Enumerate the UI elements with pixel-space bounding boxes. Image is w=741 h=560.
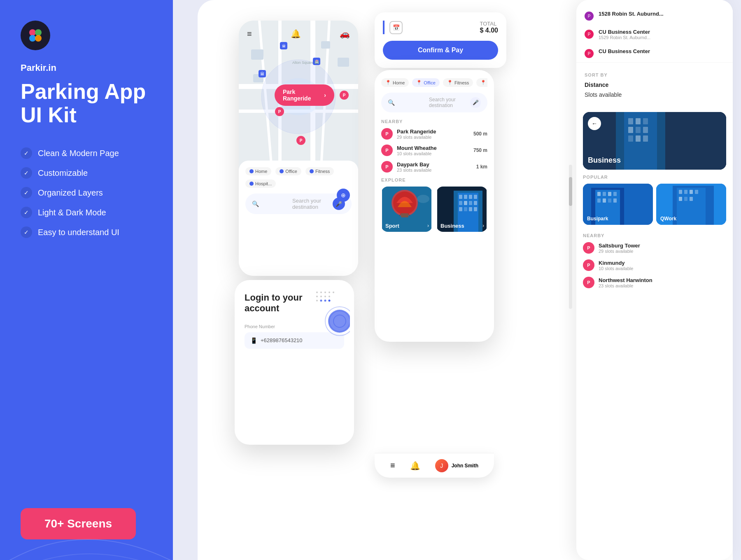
payment-total-row: 📅 TOTAL $ 4.00 xyxy=(383,21,498,34)
nearby-pin-3: P xyxy=(381,161,393,173)
svg-point-59 xyxy=(316,296,318,297)
svg-point-66 xyxy=(329,300,331,302)
right-nearby-pin-1: P xyxy=(583,242,594,254)
back-arrow-button[interactable]: ← xyxy=(588,117,601,130)
svg-point-65 xyxy=(324,300,326,302)
confirm-pay-button[interactable]: Confirm & Pay xyxy=(383,41,498,60)
popular-section: POPULAR xyxy=(576,170,733,230)
tab-office[interactable]: Office xyxy=(275,167,301,175)
login-decoration xyxy=(309,288,350,338)
right-nearby-item-1: P Saltsburg Tower 29 slots available xyxy=(583,242,726,254)
map-header: ≡ 🔔 🚗 xyxy=(239,29,358,39)
right-nearby-item-3: P Northwest Harwinton 23 slots available xyxy=(583,277,726,288)
brand-name: Parkir.in xyxy=(21,63,152,73)
svg-rect-45 xyxy=(459,201,462,205)
popular-card-label-2: QWork xyxy=(660,216,676,222)
svg-rect-98 xyxy=(679,190,682,194)
svg-rect-41 xyxy=(459,195,462,199)
svg-point-56 xyxy=(324,292,326,293)
map-marker-1: P xyxy=(275,107,284,118)
map-marker-6: 🏛 xyxy=(280,42,287,51)
park-rangeride-pill[interactable]: Park Rangeride › xyxy=(275,84,334,106)
sort-distance[interactable]: Distance xyxy=(585,82,725,88)
user-profile-row: J John Smith xyxy=(435,459,478,472)
right-nearby-title: NEARBY xyxy=(583,233,726,238)
phone-value: +6289876543210 xyxy=(261,337,303,343)
dest-tab-hospital[interactable]: 📍Hospit... xyxy=(476,78,487,87)
explore-card-sport[interactable]: Sport › xyxy=(381,187,432,232)
total-amount: $ 4.00 xyxy=(480,27,498,34)
bottom-notification-icon[interactable]: 🔔 xyxy=(410,461,420,471)
check-icon: ✓ xyxy=(21,226,32,238)
svg-point-3 xyxy=(35,35,42,42)
dest-search-bar[interactable]: 🔍 Search your destination 🎤 xyxy=(381,93,487,112)
check-icon: ✓ xyxy=(21,207,32,218)
car-nav-icon[interactable]: 🚗 xyxy=(340,29,350,39)
svg-rect-77 xyxy=(643,118,648,124)
svg-text:Sport: Sport xyxy=(385,223,400,229)
svg-point-57 xyxy=(329,292,330,293)
svg-rect-92 xyxy=(603,198,606,203)
nearby-item-2: P Mount Wheathe 10 slots available 750 m xyxy=(381,145,487,156)
sort-slots[interactable]: Slots available xyxy=(585,91,725,98)
avatar: J xyxy=(435,459,448,472)
menu-icon[interactable]: ≡ xyxy=(247,29,252,39)
svg-rect-76 xyxy=(636,118,641,124)
svg-rect-89 xyxy=(608,192,611,196)
nearby-section-title: NEARBY xyxy=(381,119,487,124)
dest-tab-fitness[interactable]: 📍Fitness xyxy=(443,78,473,87)
business-hero: ← Business xyxy=(583,112,726,170)
popular-card-busipark[interactable]: Busipark xyxy=(583,184,653,225)
main-area: Alton Square P 🏛 🏥 P xyxy=(173,0,741,560)
sport-arrow: › xyxy=(427,223,429,229)
dest-nav-tabs: 📍Home 📍Office 📍Fitness 📍Hospit... xyxy=(381,78,487,87)
user-name: John Smith xyxy=(452,463,478,469)
svg-point-0 xyxy=(29,29,36,36)
check-icon: ✓ xyxy=(21,187,32,198)
svg-text:🏛: 🏛 xyxy=(282,44,286,48)
map-bottom-panel: Home Office Fitness Hospit... xyxy=(239,161,358,276)
tab-home[interactable]: Home xyxy=(245,167,271,175)
white-bg: Alton Square P 🏛 🏥 P xyxy=(198,0,733,560)
bottom-menu-icon[interactable]: ≡ xyxy=(390,461,395,470)
svg-point-62 xyxy=(329,296,330,297)
dest-search-placeholder: Search your destination xyxy=(429,97,466,108)
svg-rect-80 xyxy=(643,127,648,133)
bottom-nav-bar: ≡ 🔔 J John Smith xyxy=(375,453,494,478)
right-nearby-item-2: P Kinmundy 10 slots available xyxy=(583,259,726,271)
svg-rect-46 xyxy=(464,201,467,205)
phone-destination-screen: 📍Home 📍Office 📍Fitness 📍Hospit... 🔍 xyxy=(375,70,494,342)
tab-hospital[interactable]: Hospit... xyxy=(245,180,276,188)
dest-tab-home[interactable]: 📍Home xyxy=(381,78,409,87)
svg-rect-75 xyxy=(628,118,633,124)
svg-rect-43 xyxy=(469,195,472,199)
nearby-pin-1: P xyxy=(381,128,393,140)
nearby-item-3: P Daypark Bay 23 slots available 1 km xyxy=(381,161,487,173)
nearby-item-1: P Park Rangeride 29 slots available 500 … xyxy=(381,128,487,140)
payment-card: 📅 TOTAL $ 4.00 Confirm & Pay xyxy=(375,12,506,68)
svg-text:P: P xyxy=(278,110,281,114)
dest-mic-button[interactable]: 🎤 xyxy=(470,97,481,108)
calendar-icon: 📅 xyxy=(389,21,403,34)
dest-tab-office[interactable]: 📍Office xyxy=(412,78,440,87)
map-search-bar[interactable]: 🔍 Search your destination 🎤 xyxy=(245,194,352,214)
svg-rect-88 xyxy=(603,192,606,196)
popular-card-qwork[interactable]: QWork xyxy=(656,184,726,225)
svg-rect-15 xyxy=(321,41,330,49)
svg-rect-78 xyxy=(628,127,633,133)
popular-card-label-1: Busipark xyxy=(587,216,608,222)
total-label: TOTAL xyxy=(480,21,498,27)
tab-fitness[interactable]: Fitness xyxy=(305,167,334,175)
svg-point-61 xyxy=(324,296,326,297)
explore-card-business[interactable]: Business › xyxy=(436,187,487,232)
svg-point-1 xyxy=(35,29,42,36)
notification-icon[interactable]: 🔔 xyxy=(291,29,301,39)
check-icon: ✓ xyxy=(21,147,32,159)
location-crosshair[interactable]: ⊕ xyxy=(337,189,350,202)
svg-rect-99 xyxy=(684,190,687,194)
popular-title: POPULAR xyxy=(583,175,726,180)
map-nav-tabs: Home Office Fitness Hospit... xyxy=(245,167,352,188)
scrollbar-thumb[interactable] xyxy=(569,177,572,206)
right-nearby-pin-3: P xyxy=(583,277,594,288)
svg-text:P: P xyxy=(343,93,346,98)
